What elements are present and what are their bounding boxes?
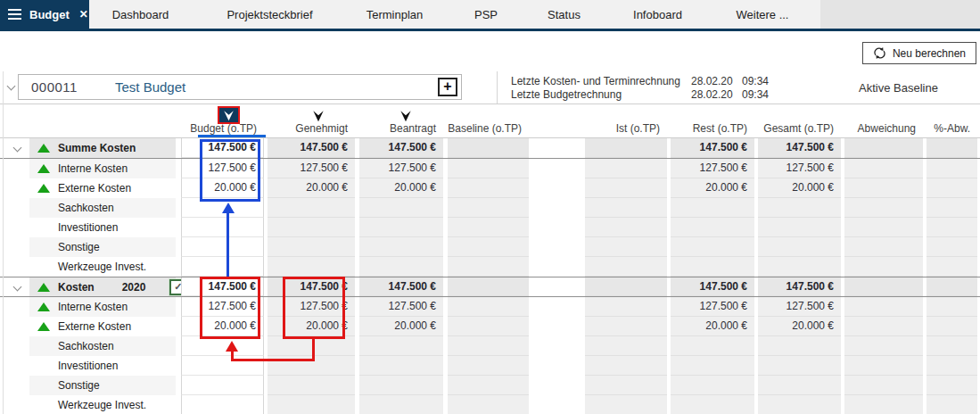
cell-ist[interactable] <box>585 356 667 376</box>
tab-weitere[interactable]: Weitere ... <box>718 0 807 29</box>
tab-psp[interactable]: PSP <box>441 0 531 29</box>
cell-beantragt[interactable]: 147.500 € <box>359 277 443 296</box>
tab-terminplan[interactable]: Terminplan <box>348 0 441 29</box>
cell-baseline[interactable] <box>448 237 529 257</box>
cell-prozent-abw[interactable] <box>926 356 977 376</box>
table-row[interactable]: Sachkosten <box>0 336 980 356</box>
cell-budget[interactable] <box>181 395 264 414</box>
cell-rest[interactable] <box>671 198 754 218</box>
cell-rest[interactable]: 147.500 € <box>671 277 754 296</box>
cell-baseline[interactable] <box>448 277 529 296</box>
cell-abweichung[interactable] <box>844 277 923 296</box>
cell-baseline[interactable] <box>448 297 529 317</box>
add-button[interactable]: + <box>438 78 457 96</box>
cell-budget[interactable] <box>181 218 264 237</box>
cell-prozent-abw[interactable] <box>926 218 977 237</box>
cell-prozent-abw[interactable] <box>926 376 977 395</box>
chevron-down-icon[interactable] <box>13 144 22 153</box>
cell-rest[interactable] <box>671 356 754 376</box>
cell-abweichung[interactable] <box>844 178 923 198</box>
cell-abweichung[interactable] <box>844 336 923 356</box>
table-row[interactable]: Sonstige <box>0 376 980 395</box>
cell-prozent-abw[interactable] <box>926 336 977 356</box>
cell-budget[interactable] <box>181 376 264 395</box>
cell-genehmigt[interactable]: 147.500 € <box>268 138 355 158</box>
cell-beantragt[interactable]: 20.000 € <box>359 317 443 336</box>
filter-icon-genehmigt[interactable] <box>312 110 325 122</box>
table-row[interactable]: Investitionen <box>0 356 980 376</box>
cell-beantragt[interactable] <box>359 237 443 257</box>
cell-prozent-abw[interactable] <box>926 198 977 218</box>
cell-budget[interactable] <box>181 356 264 376</box>
cell-ist[interactable] <box>585 237 667 257</box>
cell-prozent-abw[interactable] <box>926 178 977 198</box>
cell-abweichung[interactable] <box>844 138 923 158</box>
table-row[interactable]: Externe Kosten 20.000 € 20.000 € 20.000 … <box>0 178 980 198</box>
cell-budget[interactable] <box>181 198 264 218</box>
cell-budget[interactable] <box>181 336 264 356</box>
table-row[interactable]: Externe Kosten 20.000 € 20.000 € 20.000 … <box>0 317 980 336</box>
cell-gesamt[interactable] <box>758 237 841 257</box>
tab-dashboard[interactable]: Dashboard <box>89 0 192 29</box>
cell-genehmigt[interactable] <box>268 198 355 218</box>
cell-rest[interactable]: 147.500 € <box>671 138 754 158</box>
table-row[interactable]: Investitionen <box>0 218 980 237</box>
cell-abweichung[interactable] <box>844 237 923 257</box>
cell-abweichung[interactable] <box>844 395 923 414</box>
cell-beantragt[interactable]: 20.000 € <box>359 178 443 198</box>
cell-budget[interactable]: 147.500 € <box>181 277 264 296</box>
cell-beantragt[interactable] <box>359 356 443 376</box>
cell-gesamt[interactable] <box>758 198 841 218</box>
cell-beantragt[interactable]: 127.500 € <box>359 159 443 178</box>
tab-projektsteckbrief[interactable]: Projektsteckbrief <box>192 0 348 29</box>
cell-gesamt[interactable]: 20.000 € <box>758 178 841 198</box>
cell-baseline[interactable] <box>448 356 529 376</box>
cell-prozent-abw[interactable] <box>926 138 977 158</box>
close-tab-icon[interactable]: ✕ <box>79 8 88 21</box>
cell-budget[interactable]: 147.500 € <box>181 138 264 158</box>
tab-infoboard[interactable]: Infoboard <box>597 0 718 29</box>
cell-budget[interactable]: 127.500 € <box>181 159 264 178</box>
cell-genehmigt[interactable] <box>268 395 355 414</box>
cell-ist[interactable] <box>585 336 667 356</box>
cell-genehmigt[interactable]: 20.000 € <box>268 317 355 336</box>
cell-baseline[interactable] <box>448 138 529 158</box>
cell-gesamt[interactable]: 127.500 € <box>758 297 841 317</box>
project-select-box[interactable]: 000011 Test Budget + <box>18 74 462 100</box>
chevron-down-icon[interactable] <box>13 283 22 292</box>
cell-abweichung[interactable] <box>844 218 923 237</box>
cell-genehmigt[interactable]: 127.500 € <box>268 297 355 317</box>
chevron-down-icon[interactable] <box>7 82 16 91</box>
cell-rest[interactable]: 127.500 € <box>671 159 754 178</box>
cell-prozent-abw[interactable] <box>926 237 977 257</box>
cell-ist[interactable] <box>585 277 667 296</box>
table-row[interactable]: Werkzeuge Invest. <box>0 257 980 277</box>
cell-prozent-abw[interactable] <box>926 277 977 296</box>
cell-beantragt[interactable]: 127.500 € <box>359 297 443 317</box>
cell-budget[interactable] <box>181 237 264 257</box>
cell-gesamt[interactable] <box>758 336 841 356</box>
cell-baseline[interactable] <box>448 218 529 237</box>
cell-ist[interactable] <box>585 138 667 158</box>
cell-genehmigt[interactable] <box>268 257 355 277</box>
cell-abweichung[interactable] <box>844 356 923 376</box>
cell-budget[interactable]: 20.000 € <box>181 178 264 198</box>
cell-baseline[interactable] <box>448 198 529 218</box>
cell-beantragt[interactable]: 147.500 € <box>359 138 443 158</box>
cell-baseline[interactable] <box>448 178 529 198</box>
table-row[interactable]: Sachkosten <box>0 198 980 218</box>
cell-beantragt[interactable] <box>359 395 443 414</box>
table-row[interactable]: Interne Kosten 127.500 € 127.500 € 127.5… <box>0 297 980 317</box>
cell-gesamt[interactable] <box>758 395 841 414</box>
cell-ist[interactable] <box>585 178 667 198</box>
cell-gesamt[interactable]: 127.500 € <box>758 159 841 178</box>
cell-abweichung[interactable] <box>844 317 923 336</box>
cell-ist[interactable] <box>585 257 667 277</box>
cell-gesamt[interactable]: 20.000 € <box>758 317 841 336</box>
cell-abweichung[interactable] <box>844 376 923 395</box>
cell-prozent-abw[interactable] <box>926 257 977 277</box>
cell-ist[interactable] <box>585 376 667 395</box>
cell-rest[interactable] <box>671 395 754 414</box>
cell-gesamt[interactable] <box>758 376 841 395</box>
cell-ist[interactable] <box>585 159 667 178</box>
